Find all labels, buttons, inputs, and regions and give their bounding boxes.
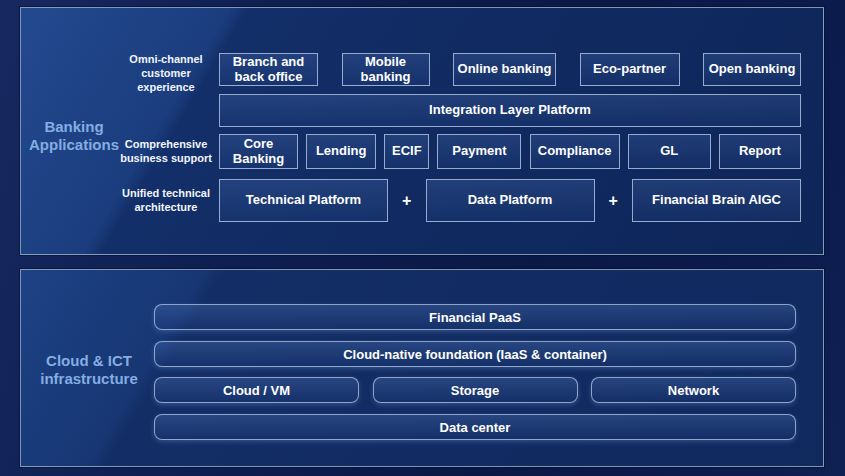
business-boxes-row: Core Banking Lending ECIF Payment Compli…	[219, 134, 801, 169]
box-branch-and-back-office: Branch and back office	[219, 53, 318, 86]
box-gl: GL	[628, 134, 711, 169]
box-open-banking: Open banking	[703, 53, 801, 86]
box-eco-partner: Eco-partner	[580, 53, 680, 86]
box-compliance: Compliance	[530, 134, 620, 169]
box-data-center: Data center	[154, 414, 796, 440]
architecture-diagram: Banking Applications Omni-channel custom…	[0, 0, 845, 476]
box-cloud-native-foundation: Cloud-native foundation (IaaS & containe…	[154, 341, 796, 367]
box-lending: Lending	[306, 134, 376, 169]
integration-layer-row: Integration Layer Platform	[219, 94, 801, 127]
banking-applications-panel: Banking Applications Omni-channel custom…	[20, 7, 824, 255]
box-payment: Payment	[437, 134, 521, 169]
box-technical-platform: Technical Platform	[219, 179, 388, 222]
box-financial-brain-aigc: Financial Brain AIGC	[632, 179, 801, 222]
box-financial-paas: Financial PaaS	[154, 304, 796, 330]
plus-sign: +	[598, 179, 628, 222]
channel-boxes-row: Branch and back office Mobile banking On…	[219, 53, 801, 86]
box-ecif: ECIF	[384, 134, 429, 169]
row-label-business-support: Comprehensive business support	[117, 137, 215, 165]
box-network: Network	[591, 377, 796, 403]
cloud-ict-title: Cloud & ICT infrastructure	[34, 352, 144, 388]
plus-sign: +	[392, 179, 422, 222]
row-label-unified-architecture: Unified technical architecture	[117, 186, 215, 214]
box-mobile-banking: Mobile banking	[342, 53, 430, 86]
row-label-omni-channel: Omni-channel customer experience	[117, 52, 215, 94]
box-cloud-vm: Cloud / VM	[154, 377, 359, 403]
box-core-banking: Core Banking	[219, 134, 298, 169]
resources-row: Cloud / VM Storage Network	[154, 377, 796, 403]
box-data-platform: Data Platform	[426, 179, 595, 222]
box-report: Report	[719, 134, 801, 169]
banking-applications-title: Banking Applications	[21, 118, 127, 154]
platform-boxes-row: Technical Platform + Data Platform + Fin…	[219, 179, 801, 222]
cloud-ict-panel: Cloud & ICT infrastructure Financial Paa…	[20, 269, 824, 467]
box-integration-layer-platform: Integration Layer Platform	[219, 94, 801, 127]
box-online-banking: Online banking	[453, 53, 556, 86]
box-storage: Storage	[373, 377, 578, 403]
